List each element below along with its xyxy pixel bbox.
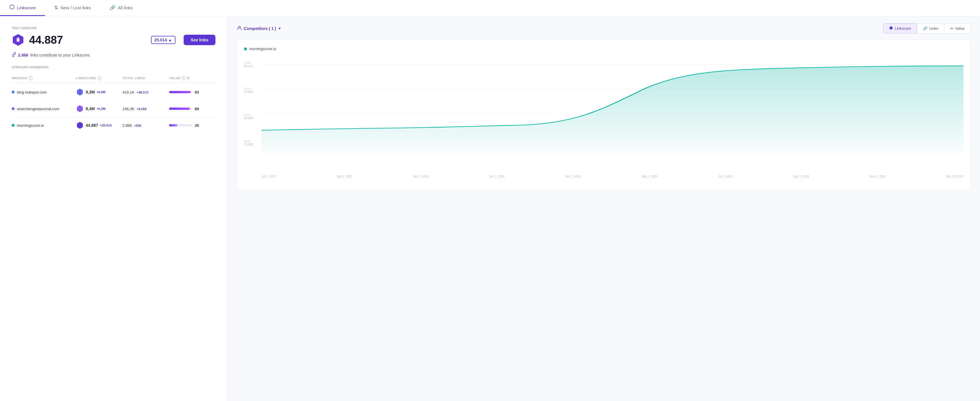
competitors-dropdown[interactable]: Competitors ( 1 ) ▼ — [237, 25, 281, 32]
all-links-nav-icon: 🔗 — [110, 5, 115, 11]
value-info-icon[interactable]: i — [181, 76, 186, 80]
tl-delta-3: +935 — [134, 124, 142, 127]
value-bar-1 — [169, 91, 191, 93]
table-row: searchenginejournal.com 8,4M +6,3M 146,3… — [12, 100, 215, 117]
linkscore-info-icon[interactable]: i — [97, 76, 102, 80]
see-links-button[interactable]: See links — [184, 35, 215, 45]
tab-linkscore[interactable]: Linkscore — [0, 0, 45, 16]
value-bar-container-2 — [169, 108, 192, 110]
tab-new-lost-links-label: New / Lost links — [60, 5, 91, 10]
tl-delta-2: +9.059 — [137, 107, 146, 111]
header-actions — [221, 76, 228, 80]
svg-marker-5 — [77, 89, 83, 95]
hex-icon-2 — [76, 105, 84, 113]
svg-marker-6 — [77, 105, 83, 112]
tab-linkscore-label: Linkscore — [17, 5, 35, 10]
toggle-value-icon: ✏ — [950, 26, 953, 30]
svg-rect-4 — [18, 37, 19, 38]
toggle-linkscore[interactable]: Linkscore — [883, 23, 917, 33]
hex-icon-3 — [76, 121, 84, 129]
x-label-7: Sep 1, 2024 — [793, 175, 809, 178]
svg-rect-3 — [17, 38, 19, 42]
value-sort-icon[interactable]: ⇅ — [187, 76, 190, 80]
more-menu-1[interactable]: ⋮ — [221, 89, 228, 95]
total-links-cell-2: 146,3K +9.059 — [123, 107, 169, 111]
tab-new-lost-links[interactable]: ⇅ New / Lost links — [45, 0, 100, 16]
website-name-1: blog.hubspot.com — [17, 90, 47, 94]
dot-blue-1 — [12, 91, 14, 94]
value-bar-container-1 — [169, 91, 192, 93]
website-cell-1: blog.hubspot.com — [12, 90, 76, 94]
chart-legend: morningscore.io — [244, 47, 963, 51]
tab-all-links[interactable]: 🔗 All links — [100, 0, 142, 16]
more-menu-3[interactable]: ⋮ — [221, 122, 228, 129]
chart-area: morningscore.io — [237, 39, 970, 191]
score-label-2: Score 33.898 — [244, 87, 253, 94]
competitors-dropdown-arrow: ▼ — [278, 27, 281, 30]
x-label-8: Nov 1, 2024 — [870, 175, 885, 178]
x-label-5: May 1, 2024 — [641, 175, 658, 178]
linkscore-big-number: 44.887 — [29, 34, 63, 46]
linkscore-chart — [261, 56, 963, 161]
value-bar-2 — [169, 108, 190, 110]
ls-delta-1: +6,9M — [97, 90, 105, 94]
total-links-cell-1: 419,1K +48.573 — [123, 90, 169, 94]
tl-delta-1: +48.573 — [137, 91, 148, 94]
more-menu-2[interactable]: ⋮ — [221, 105, 228, 112]
linkscore-cell-3: 44.887 +25.014 — [76, 121, 123, 129]
top-navigation: Linkscore ⇅ New / Lost links 🔗 All links — [0, 0, 980, 16]
value-bar-container-3 — [169, 124, 192, 126]
website-cell-2: searchenginejournal.com — [12, 107, 76, 111]
links-contribute-suffix: links contribute to your Linkscore. — [30, 53, 91, 57]
legend-dot — [244, 48, 247, 51]
main-container: Your Linkscore 44.887 25.014 ▲ See links — [0, 16, 980, 401]
tab-all-links-label: All links — [118, 5, 133, 10]
x-label-4: Mar 1, 2024 — [565, 175, 581, 178]
svg-marker-7 — [77, 122, 83, 129]
ls-number-2: 8,4M — [86, 107, 95, 111]
badge-value: 25.014 — [154, 38, 167, 42]
score-label-3: Score 24.898 — [244, 113, 253, 120]
toggle-value[interactable]: ✏ Value — [945, 23, 970, 33]
svg-marker-9 — [889, 26, 892, 30]
ls-number-3: 44.887 — [86, 123, 98, 128]
x-label-0: Jul 1, 2023 — [261, 175, 276, 178]
ls-delta-3: +25.014 — [100, 124, 111, 127]
links-contribute-number: 2.866 — [18, 53, 28, 57]
value-cell-3: 35 — [169, 123, 221, 128]
score-label-top: Score 50.141 — [244, 62, 253, 68]
left-panel: Your Linkscore 44.887 25.014 ▲ See links — [0, 16, 228, 401]
x-axis-labels: Jul 1, 2023 Sep 1, 2023 Nov 1, 2023 Jan … — [261, 175, 963, 178]
linkscore-cell-1: 9,3M +6,9M — [76, 88, 123, 96]
dot-purple-2 — [12, 107, 14, 110]
value-bar-3 — [169, 124, 177, 126]
website-info-icon[interactable]: i — [29, 76, 33, 80]
svg-marker-0 — [10, 5, 14, 10]
hex-icon-1 — [76, 88, 84, 96]
x-label-9: Dec 19, 2024 — [946, 175, 963, 178]
linkscore-comparison-title: Linkscore comparison — [12, 65, 215, 69]
chart-svg-container: Score 50.141 Score 33.898 Score 24.898 S… — [244, 56, 963, 178]
ls-delta-2: +6,3M — [97, 107, 105, 110]
linkscore-cell-2: 8,4M +6,3M — [76, 105, 123, 113]
website-name-3: morningscore.io — [17, 123, 44, 128]
x-label-3: Jan 1, 2024 — [489, 175, 504, 178]
table-row: morningscore.io 44.887 +25.014 2.866 +93… — [12, 117, 215, 134]
value-number-1: 93 — [195, 90, 199, 94]
total-links-cell-3: 2.866 +935 — [123, 123, 169, 128]
link-icon — [12, 52, 16, 58]
comparison-table: WEBSITE i LINKSCORE i TOTAL LINKS VALUE … — [12, 74, 215, 134]
dot-teal-3 — [12, 124, 14, 127]
linkscore-hex-icon — [12, 33, 24, 46]
toggle-links[interactable]: 🔗 Links — [917, 23, 944, 33]
value-cell-1: 93 — [169, 90, 221, 94]
header-website: WEBSITE i — [12, 76, 76, 80]
competitors-person-icon — [237, 25, 242, 32]
right-top-controls: Competitors ( 1 ) ▼ Linkscore 🔗 Links — [237, 23, 970, 33]
your-linkscore-label: Your Linkscore — [12, 25, 215, 30]
new-lost-links-nav-icon: ⇅ — [54, 5, 58, 11]
header-linkscore: LINKSCORE i — [76, 76, 123, 80]
website-name-2: searchenginejournal.com — [17, 107, 59, 111]
links-contribute-text: 2.866 links contribute to your Linkscore… — [12, 52, 215, 58]
header-value: VALUE i ⇅ — [169, 76, 221, 80]
